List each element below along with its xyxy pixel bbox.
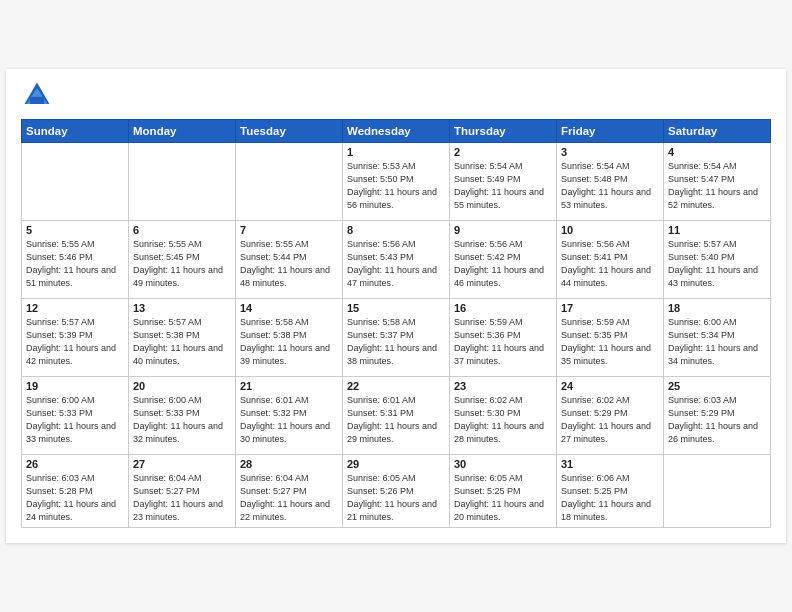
day-info: Sunrise: 5:56 AMSunset: 5:43 PMDaylight:… [347, 238, 445, 290]
day-cell: 5Sunrise: 5:55 AMSunset: 5:46 PMDaylight… [22, 220, 129, 298]
day-info: Sunrise: 6:01 AMSunset: 5:31 PMDaylight:… [347, 394, 445, 446]
day-cell: 9Sunrise: 5:56 AMSunset: 5:42 PMDaylight… [450, 220, 557, 298]
day-number: 13 [133, 302, 231, 314]
week-row-3: 12Sunrise: 5:57 AMSunset: 5:39 PMDayligh… [22, 298, 771, 376]
day-cell: 26Sunrise: 6:03 AMSunset: 5:28 PMDayligh… [22, 454, 129, 527]
day-number: 5 [26, 224, 124, 236]
day-cell: 7Sunrise: 5:55 AMSunset: 5:44 PMDaylight… [236, 220, 343, 298]
weekday-header-row: SundayMondayTuesdayWednesdayThursdayFrid… [22, 119, 771, 142]
day-number: 15 [347, 302, 445, 314]
day-info: Sunrise: 5:58 AMSunset: 5:38 PMDaylight:… [240, 316, 338, 368]
day-info: Sunrise: 6:01 AMSunset: 5:32 PMDaylight:… [240, 394, 338, 446]
calendar-grid: SundayMondayTuesdayWednesdayThursdayFrid… [21, 119, 771, 528]
day-number: 20 [133, 380, 231, 392]
day-info: Sunrise: 6:03 AMSunset: 5:28 PMDaylight:… [26, 472, 124, 524]
day-info: Sunrise: 5:54 AMSunset: 5:47 PMDaylight:… [668, 160, 766, 212]
day-number: 31 [561, 458, 659, 470]
day-info: Sunrise: 5:56 AMSunset: 5:42 PMDaylight:… [454, 238, 552, 290]
day-cell: 28Sunrise: 6:04 AMSunset: 5:27 PMDayligh… [236, 454, 343, 527]
day-cell: 25Sunrise: 6:03 AMSunset: 5:29 PMDayligh… [664, 376, 771, 454]
day-cell: 23Sunrise: 6:02 AMSunset: 5:30 PMDayligh… [450, 376, 557, 454]
calendar-container: SundayMondayTuesdayWednesdayThursdayFrid… [6, 69, 786, 543]
header [21, 79, 771, 111]
day-info: Sunrise: 5:55 AMSunset: 5:46 PMDaylight:… [26, 238, 124, 290]
day-cell [22, 142, 129, 220]
day-cell: 16Sunrise: 5:59 AMSunset: 5:36 PMDayligh… [450, 298, 557, 376]
day-cell: 30Sunrise: 6:05 AMSunset: 5:25 PMDayligh… [450, 454, 557, 527]
day-number: 9 [454, 224, 552, 236]
week-row-2: 5Sunrise: 5:55 AMSunset: 5:46 PMDaylight… [22, 220, 771, 298]
day-number: 25 [668, 380, 766, 392]
logo [21, 79, 57, 111]
day-info: Sunrise: 5:54 AMSunset: 5:49 PMDaylight:… [454, 160, 552, 212]
day-cell [236, 142, 343, 220]
day-cell [129, 142, 236, 220]
weekday-header-saturday: Saturday [664, 119, 771, 142]
day-info: Sunrise: 6:04 AMSunset: 5:27 PMDaylight:… [133, 472, 231, 524]
day-number: 2 [454, 146, 552, 158]
day-cell: 18Sunrise: 6:00 AMSunset: 5:34 PMDayligh… [664, 298, 771, 376]
week-row-5: 26Sunrise: 6:03 AMSunset: 5:28 PMDayligh… [22, 454, 771, 527]
day-number: 7 [240, 224, 338, 236]
day-number: 17 [561, 302, 659, 314]
day-number: 3 [561, 146, 659, 158]
day-info: Sunrise: 5:58 AMSunset: 5:37 PMDaylight:… [347, 316, 445, 368]
day-cell: 10Sunrise: 5:56 AMSunset: 5:41 PMDayligh… [557, 220, 664, 298]
day-cell: 24Sunrise: 6:02 AMSunset: 5:29 PMDayligh… [557, 376, 664, 454]
day-info: Sunrise: 6:05 AMSunset: 5:26 PMDaylight:… [347, 472, 445, 524]
day-number: 28 [240, 458, 338, 470]
day-info: Sunrise: 5:54 AMSunset: 5:48 PMDaylight:… [561, 160, 659, 212]
day-number: 14 [240, 302, 338, 314]
logo-icon [21, 79, 53, 111]
week-row-4: 19Sunrise: 6:00 AMSunset: 5:33 PMDayligh… [22, 376, 771, 454]
day-number: 26 [26, 458, 124, 470]
day-cell: 20Sunrise: 6:00 AMSunset: 5:33 PMDayligh… [129, 376, 236, 454]
day-number: 19 [26, 380, 124, 392]
day-number: 18 [668, 302, 766, 314]
weekday-header-tuesday: Tuesday [236, 119, 343, 142]
day-number: 1 [347, 146, 445, 158]
day-number: 10 [561, 224, 659, 236]
day-info: Sunrise: 6:00 AMSunset: 5:33 PMDaylight:… [133, 394, 231, 446]
day-cell: 21Sunrise: 6:01 AMSunset: 5:32 PMDayligh… [236, 376, 343, 454]
day-info: Sunrise: 5:53 AMSunset: 5:50 PMDaylight:… [347, 160, 445, 212]
day-cell: 11Sunrise: 5:57 AMSunset: 5:40 PMDayligh… [664, 220, 771, 298]
day-cell: 1Sunrise: 5:53 AMSunset: 5:50 PMDaylight… [343, 142, 450, 220]
day-cell: 4Sunrise: 5:54 AMSunset: 5:47 PMDaylight… [664, 142, 771, 220]
weekday-header-friday: Friday [557, 119, 664, 142]
day-info: Sunrise: 6:06 AMSunset: 5:25 PMDaylight:… [561, 472, 659, 524]
day-cell: 6Sunrise: 5:55 AMSunset: 5:45 PMDaylight… [129, 220, 236, 298]
day-cell: 8Sunrise: 5:56 AMSunset: 5:43 PMDaylight… [343, 220, 450, 298]
day-info: Sunrise: 6:02 AMSunset: 5:30 PMDaylight:… [454, 394, 552, 446]
day-info: Sunrise: 6:00 AMSunset: 5:33 PMDaylight:… [26, 394, 124, 446]
day-cell: 12Sunrise: 5:57 AMSunset: 5:39 PMDayligh… [22, 298, 129, 376]
day-number: 22 [347, 380, 445, 392]
day-cell: 15Sunrise: 5:58 AMSunset: 5:37 PMDayligh… [343, 298, 450, 376]
day-number: 11 [668, 224, 766, 236]
day-info: Sunrise: 6:04 AMSunset: 5:27 PMDaylight:… [240, 472, 338, 524]
weekday-header-wednesday: Wednesday [343, 119, 450, 142]
day-info: Sunrise: 6:00 AMSunset: 5:34 PMDaylight:… [668, 316, 766, 368]
day-info: Sunrise: 5:55 AMSunset: 5:45 PMDaylight:… [133, 238, 231, 290]
day-info: Sunrise: 5:57 AMSunset: 5:39 PMDaylight:… [26, 316, 124, 368]
day-info: Sunrise: 5:59 AMSunset: 5:35 PMDaylight:… [561, 316, 659, 368]
day-cell [664, 454, 771, 527]
weekday-header-sunday: Sunday [22, 119, 129, 142]
day-cell: 31Sunrise: 6:06 AMSunset: 5:25 PMDayligh… [557, 454, 664, 527]
day-info: Sunrise: 5:57 AMSunset: 5:38 PMDaylight:… [133, 316, 231, 368]
day-info: Sunrise: 5:59 AMSunset: 5:36 PMDaylight:… [454, 316, 552, 368]
day-info: Sunrise: 5:55 AMSunset: 5:44 PMDaylight:… [240, 238, 338, 290]
day-info: Sunrise: 6:03 AMSunset: 5:29 PMDaylight:… [668, 394, 766, 446]
day-cell: 13Sunrise: 5:57 AMSunset: 5:38 PMDayligh… [129, 298, 236, 376]
day-number: 21 [240, 380, 338, 392]
day-number: 29 [347, 458, 445, 470]
day-number: 4 [668, 146, 766, 158]
day-number: 6 [133, 224, 231, 236]
day-cell: 19Sunrise: 6:00 AMSunset: 5:33 PMDayligh… [22, 376, 129, 454]
day-info: Sunrise: 6:05 AMSunset: 5:25 PMDaylight:… [454, 472, 552, 524]
day-cell: 29Sunrise: 6:05 AMSunset: 5:26 PMDayligh… [343, 454, 450, 527]
day-info: Sunrise: 6:02 AMSunset: 5:29 PMDaylight:… [561, 394, 659, 446]
day-number: 16 [454, 302, 552, 314]
day-number: 12 [26, 302, 124, 314]
day-cell: 17Sunrise: 5:59 AMSunset: 5:35 PMDayligh… [557, 298, 664, 376]
